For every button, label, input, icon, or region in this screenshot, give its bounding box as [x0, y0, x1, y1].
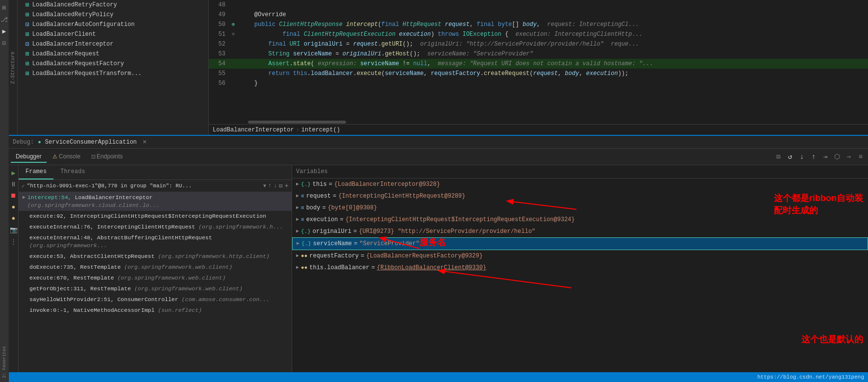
var-originaluri[interactable]: ▶ {.} originalUri = {URI@9273} "http://S… [292, 226, 868, 237]
item-name-2: LoadBalancedRetryPolicy [32, 11, 114, 18]
var-requestfactory-icon: ●● [301, 252, 307, 260]
toolbar-step-out[interactable]: ↑ [808, 152, 819, 162]
toolbar-step-over2[interactable]: ⇒ [843, 152, 854, 162]
dot-icon[interactable]: ● [12, 215, 16, 222]
file-tree-item-1[interactable]: ⊞ LoadBalancedRetryFactory [18, 0, 208, 10]
class-icon-6: ⊞ [25, 50, 29, 58]
item-name-3: LoadBalancerAutoConfiguration [32, 21, 135, 28]
activity-icon-3[interactable]: ⊡ [2, 39, 6, 47]
interface-icon-3: ⊡ [25, 21, 29, 28]
code-line-51: 51 ◇ final ClientHttpRequestExecution ex… [209, 29, 868, 39]
code-editor: 48 49 @Override 50 ⊕ public [209, 0, 868, 135]
thread-dropdown-btn[interactable]: ▼ [263, 183, 266, 189]
toolbar-more[interactable]: ≡ [855, 152, 866, 162]
breadcrumb-class: LoadBalancerInterceptor [213, 127, 294, 133]
item-name-4: LoadBalancerClient [32, 31, 96, 38]
var-this[interactable]: ▶ {.} this = {LoadBalancerInterceptor@93… [292, 178, 868, 190]
activity-icon-debug[interactable]: ▶ [2, 27, 6, 35]
interface-icon-5: ⊡ [25, 40, 29, 48]
tab-frames[interactable]: Frames [19, 165, 53, 179]
file-tree-item-2[interactable]: ⊞ LoadBalancedRetryPolicy [18, 10, 208, 20]
horizontal-scrollbar[interactable] [209, 120, 868, 124]
stack-frame-9[interactable]: invoke:0:-1, NativeMethodAccessorImpl (s… [19, 305, 292, 316]
var-originaluri-name: originalUri [313, 227, 351, 236]
debug-main: ▶ ⏸ ⏹ ● ● 📷 ⋮ Frames Threads [9, 165, 868, 372]
file-tree-item-8[interactable]: ⊞ LoadBalancerRequestTransform... [18, 69, 208, 78]
camera-icon[interactable]: 📷 [10, 226, 18, 234]
file-tree-item-3[interactable]: ⊡ LoadBalancerAutoConfiguration [18, 20, 208, 29]
toolbar-run-cursor[interactable]: ⇥ [820, 152, 831, 162]
var-servicename[interactable]: ▶ {.} serviceName = "ServiceProvider" [292, 237, 868, 250]
var-originaluri-expand[interactable]: ▶ [296, 227, 299, 236]
frames-tabs: Frames Threads [19, 165, 292, 180]
var-execution-expand[interactable]: ▶ [296, 215, 299, 224]
stack-frame-0[interactable]: ▶ intercept:54, LoadBalancerInterceptor … [19, 192, 292, 211]
activity-icon-2[interactable]: ⎇ [0, 16, 8, 24]
toolbar-step-into[interactable]: ↓ [796, 152, 807, 162]
debug-icon-small: ● [38, 139, 41, 145]
var-this-expand[interactable]: ▶ [296, 180, 299, 189]
variables-header: Variables [292, 165, 868, 178]
more-side-icon[interactable]: ⋮ [10, 238, 17, 246]
var-execution-icon: ≡ [301, 215, 304, 224]
var-body-name: body [306, 204, 321, 212]
z-structure-label: Z-Structure [10, 51, 16, 83]
toolbar-step-over[interactable]: ↺ [785, 152, 795, 162]
toolbar-screen-icon[interactable]: ⊡ [773, 152, 784, 162]
var-request-name: request [306, 192, 331, 201]
line-num-48: 48 [209, 0, 228, 10]
stack-frame-8[interactable]: sayHelloWithProvider2:51, ConsumerContro… [19, 294, 292, 305]
stack-frame-2[interactable]: executeInternal:76, InterceptingClientHt… [19, 222, 292, 232]
item-name-6: LoadBalancerRequest [32, 51, 99, 57]
stack-frame-7[interactable]: getForObject:311, RestTemplate (org.spri… [19, 283, 292, 294]
var-execution[interactable]: ▶ ≡ execution = {InterceptingClientHttpR… [292, 214, 868, 226]
file-tree-item-5[interactable]: ⊡ LoadBalancerInterceptor [18, 39, 208, 49]
var-loadbalancer[interactable]: ▶ ●● this.loadBalancer = {RibbonLoadBala… [292, 262, 868, 274]
variables-panel: Variables ▶ {.} this = {LoadBalancerInte… [292, 165, 868, 372]
var-body-expand[interactable]: ▶ [296, 204, 299, 212]
thread-filter-icon[interactable]: ⊟ [279, 182, 282, 190]
var-originaluri-icon: {.} [301, 227, 311, 236]
stack-frame-5[interactable]: doExecute:735, RestTemplate (org.springf… [19, 262, 292, 273]
pause-icon[interactable]: ⏸ [10, 181, 17, 188]
var-request-expand[interactable]: ▶ [296, 192, 299, 201]
file-tree-item-6[interactable]: ⊞ LoadBalancerRequest [18, 49, 208, 59]
toolbar-evaluate[interactable]: ⬡ [832, 152, 843, 162]
var-requestfactory[interactable]: ▶ ●● requestFactory = {LoadBalancerReque… [292, 250, 868, 262]
var-servicename-name: serviceName [313, 239, 352, 248]
var-loadbalancer-expand[interactable]: ▶ [296, 263, 299, 272]
stack-frame-6[interactable]: execute:670, RestTemplate (org.springfra… [19, 273, 292, 283]
thread-add-icon[interactable]: + [285, 182, 289, 190]
debug-close-btn[interactable]: × [143, 138, 147, 146]
frames-panel: Frames Threads ✓ "http-nio-9091-exec-1"@… [19, 165, 292, 372]
item-name-8: LoadBalancerRequestTransform... [32, 70, 142, 77]
record-icon[interactable]: ● [12, 204, 16, 211]
tab-debugger[interactable]: Debugger [11, 151, 47, 163]
var-body[interactable]: ▶ ≡ body = {byte[0]@9308} [292, 202, 868, 214]
favorites-label: 2: Favorites [2, 346, 7, 378]
item-name-1: LoadBalancedRetryFactory [32, 1, 117, 8]
thread-down-arrow[interactable]: ↓ [273, 182, 277, 189]
tab-endpoints[interactable]: ⊡Endpoints [86, 151, 127, 163]
thread-up-arrow[interactable]: ↑ [268, 182, 272, 189]
stack-frame-4[interactable]: execute:53, AbstractClientHttpRequest (o… [19, 251, 292, 262]
var-request[interactable]: ▶ ≡ request = {InterceptingClientHttpReq… [292, 190, 868, 202]
code-line-55: 55 return this.loadBalancer.execute(serv… [209, 69, 868, 78]
file-tree-item-4[interactable]: ⊞ LoadBalancerClient [18, 29, 208, 39]
stop-icon[interactable]: ⏹ [10, 192, 17, 200]
var-loadbalancer-name: this.loadBalancer [309, 263, 369, 272]
var-servicename-expand[interactable]: ▶ [297, 239, 299, 248]
file-tree-item-7[interactable]: ⊞ LoadBalancerRequestFactory [18, 59, 208, 69]
debug-toolbar: Debugger ⚠ Console ⊡Endpoints ⊡ ↺ ↓ ↑ ⇥ … [9, 149, 868, 165]
stack-frame-1[interactable]: execute:92, InterceptingClientHttpReques… [19, 211, 292, 222]
var-request-value: {InterceptingClientHttpRequest@9289} [338, 192, 465, 201]
var-this-icon: {.} [301, 180, 311, 189]
var-servicename-icon: {.} [301, 239, 311, 248]
tab-console[interactable]: ⚠ Console [48, 151, 85, 163]
tab-threads[interactable]: Threads [53, 165, 92, 179]
var-requestfactory-expand[interactable]: ▶ [296, 252, 299, 260]
stack-frame-3[interactable]: executeInternal:48, AbstractBufferingCli… [19, 232, 292, 251]
thread-selector: ✓ "http-nio-9091-exec-1"@8,770 in group … [19, 180, 292, 192]
activity-icon-1[interactable]: ⊞ [2, 4, 6, 12]
resume-icon[interactable]: ▶ [12, 169, 16, 177]
